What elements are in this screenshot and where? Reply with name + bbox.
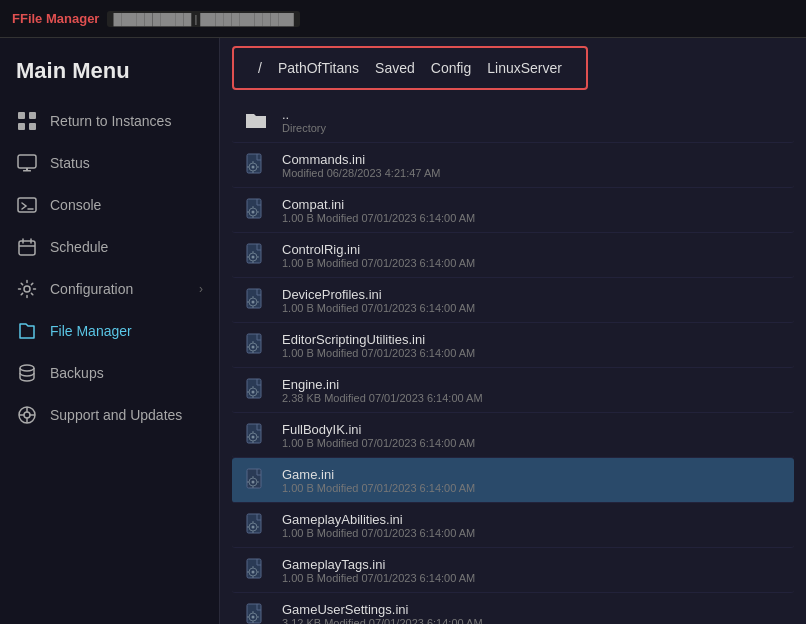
file-name: GameUserSettings.ini: [282, 602, 483, 617]
svg-point-44: [252, 301, 255, 304]
file-row[interactable]: EditorScriptingUtilities.ini 1.00 B Modi…: [232, 323, 794, 368]
file-row[interactable]: Engine.ini 2.38 KB Modified 07/01/2023 6…: [232, 368, 794, 413]
support-icon: [16, 404, 38, 426]
file-name: EditorScriptingUtilities.ini: [282, 332, 475, 347]
file-info: FullBodyIK.ini 1.00 B Modified 07/01/202…: [282, 422, 475, 449]
svg-point-79: [252, 526, 255, 529]
content-area: / PathOfTitans Saved Config LinuxServer …: [220, 38, 806, 624]
ini-file-icon: [242, 601, 270, 624]
ini-file-icon: [242, 421, 270, 449]
file-name: Compat.ini: [282, 197, 475, 212]
ini-file-icon: [242, 376, 270, 404]
svg-point-13: [24, 286, 30, 292]
file-list: .. Directory Commands.ini Modified 06/28…: [220, 98, 806, 624]
sidebar-label-return: Return to Instances: [50, 113, 171, 129]
file-meta: 3.12 KB Modified 07/01/2023 6:14:00 AM: [282, 617, 483, 625]
monitor-icon: [16, 152, 38, 174]
file-meta: 1.00 B Modified 07/01/2023 6:14:00 AM: [282, 572, 475, 584]
file-name: Engine.ini: [282, 377, 483, 392]
file-info: EditorScriptingUtilities.ini 1.00 B Modi…: [282, 332, 475, 359]
ini-file-icon: [242, 151, 270, 179]
file-name: GameplayTags.ini: [282, 557, 475, 572]
file-info: GameplayAbilities.ini 1.00 B Modified 07…: [282, 512, 475, 539]
breadcrumb-linux-server[interactable]: LinuxServer: [479, 58, 570, 78]
file-meta: 1.00 B Modified 07/01/2023 6:14:00 AM: [282, 482, 475, 494]
file-row[interactable]: .. Directory: [232, 98, 794, 143]
sidebar-label-schedule: Schedule: [50, 239, 108, 255]
file-info: Engine.ini 2.38 KB Modified 07/01/2023 6…: [282, 377, 483, 404]
svg-point-16: [24, 412, 30, 418]
file-row[interactable]: Compat.ini 1.00 B Modified 07/01/2023 6:…: [232, 188, 794, 233]
sidebar-item-status[interactable]: Status: [0, 142, 219, 184]
svg-rect-1: [29, 112, 36, 119]
svg-point-72: [252, 481, 255, 484]
file-name: Game.ini: [282, 467, 475, 482]
sidebar-item-backups[interactable]: Backups: [0, 352, 219, 394]
file-row[interactable]: Game.ini 1.00 B Modified 07/01/2023 6:14…: [232, 458, 794, 503]
svg-point-65: [252, 436, 255, 439]
sidebar-label-support-updates: Support and Updates: [50, 407, 182, 423]
file-info: .. Directory: [282, 107, 326, 134]
file-row[interactable]: Commands.ini Modified 06/28/2023 4:21:47…: [232, 143, 794, 188]
sidebar-item-schedule[interactable]: Schedule: [0, 226, 219, 268]
svg-rect-7: [18, 198, 36, 212]
ini-file-icon: [242, 196, 270, 224]
sidebar-item-console[interactable]: Console: [0, 184, 219, 226]
file-name: DeviceProfiles.ini: [282, 287, 475, 302]
file-name: Commands.ini: [282, 152, 440, 167]
sidebar-item-return-to-instances[interactable]: Return to Instances: [0, 100, 219, 142]
file-info: ControlRig.ini 1.00 B Modified 07/01/202…: [282, 242, 475, 269]
sidebar-label-configuration: Configuration: [50, 281, 133, 297]
file-row[interactable]: GameUserSettings.ini 3.12 KB Modified 07…: [232, 593, 794, 624]
svg-rect-0: [18, 112, 25, 119]
file-meta: Modified 06/28/2023 4:21:47 AM: [282, 167, 440, 179]
svg-point-51: [252, 346, 255, 349]
file-info: Compat.ini 1.00 B Modified 07/01/2023 6:…: [282, 197, 475, 224]
svg-rect-5: [23, 170, 31, 172]
file-row[interactable]: ControlRig.ini 1.00 B Modified 07/01/202…: [232, 233, 794, 278]
breadcrumb-config[interactable]: Config: [423, 58, 479, 78]
breadcrumb-path-of-titans[interactable]: PathOfTitans: [270, 58, 367, 78]
svg-rect-9: [19, 241, 35, 255]
sidebar-label-status: Status: [50, 155, 90, 171]
file-meta: 2.38 KB Modified 07/01/2023 6:14:00 AM: [282, 392, 483, 404]
sidebar-item-file-manager[interactable]: File Manager: [0, 310, 219, 352]
ini-file-icon: [242, 241, 270, 269]
ini-file-icon: [242, 286, 270, 314]
file-name: FullBodyIK.ini: [282, 422, 475, 437]
file-meta: 1.00 B Modified 07/01/2023 6:14:00 AM: [282, 527, 475, 539]
svg-point-14: [20, 365, 34, 371]
chevron-right-icon: ›: [199, 282, 203, 296]
file-info: DeviceProfiles.ini 1.00 B Modified 07/01…: [282, 287, 475, 314]
file-name: GameplayAbilities.ini: [282, 512, 475, 527]
file-row[interactable]: DeviceProfiles.ini 1.00 B Modified 07/01…: [232, 278, 794, 323]
file-manager-icon: [16, 320, 38, 342]
top-bar: FFile Manager ██████████ | ████████████: [0, 0, 806, 38]
svg-rect-4: [18, 155, 36, 168]
svg-point-23: [252, 166, 255, 169]
file-row[interactable]: FullBodyIK.ini 1.00 B Modified 07/01/202…: [232, 413, 794, 458]
file-meta: Directory: [282, 122, 326, 134]
file-meta: 1.00 B Modified 07/01/2023 6:14:00 AM: [282, 302, 475, 314]
file-name: ..: [282, 107, 326, 122]
sidebar-label-backups: Backups: [50, 365, 104, 381]
breadcrumb-saved[interactable]: Saved: [367, 58, 423, 78]
sidebar-label-file-manager: File Manager: [50, 323, 132, 339]
file-meta: 1.00 B Modified 07/01/2023 6:14:00 AM: [282, 257, 475, 269]
folder-icon: [242, 106, 270, 134]
file-row[interactable]: GameplayAbilities.ini 1.00 B Modified 07…: [232, 503, 794, 548]
sidebar-item-configuration[interactable]: Configuration ›: [0, 268, 219, 310]
file-info: GameUserSettings.ini 3.12 KB Modified 07…: [282, 602, 483, 625]
sidebar-title: Main Menu: [0, 50, 219, 100]
svg-rect-6: [26, 168, 28, 170]
sidebar-item-support-updates[interactable]: Support and Updates: [0, 394, 219, 436]
file-row[interactable]: GameplayTags.ini 1.00 B Modified 07/01/2…: [232, 548, 794, 593]
file-info: Game.ini 1.00 B Modified 07/01/2023 6:14…: [282, 467, 475, 494]
file-meta: 1.00 B Modified 07/01/2023 6:14:00 AM: [282, 437, 475, 449]
breadcrumb: / PathOfTitans Saved Config LinuxServer: [232, 46, 588, 90]
app-title: FFile Manager: [12, 11, 99, 26]
file-name: ControlRig.ini: [282, 242, 475, 257]
sidebar: Main Menu Return to Instances: [0, 38, 220, 624]
file-meta: 1.00 B Modified 07/01/2023 6:14:00 AM: [282, 347, 475, 359]
breadcrumb-root[interactable]: /: [250, 58, 270, 78]
